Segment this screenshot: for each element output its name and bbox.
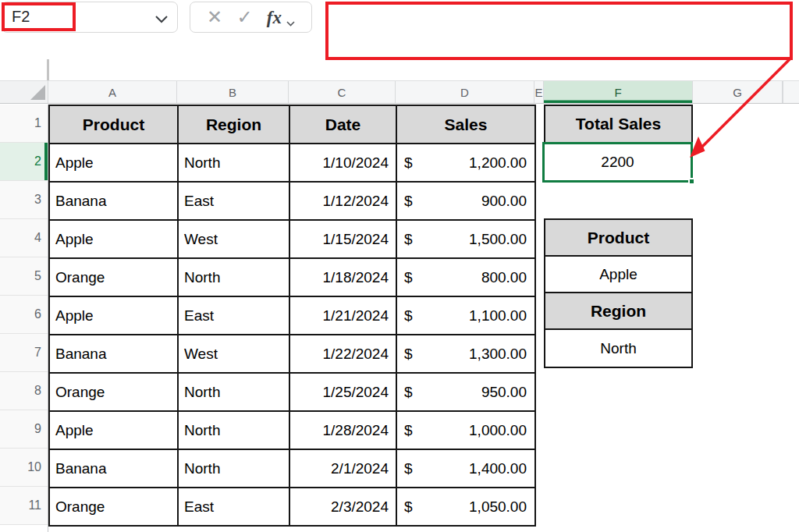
row-header-1[interactable]: 1: [0, 105, 48, 143]
row-header-4[interactable]: 4: [0, 219, 48, 257]
cell-d4[interactable]: $1,500.00: [397, 221, 536, 259]
header-cell-region[interactable]: Region: [179, 106, 290, 144]
total-sales-value: 2200: [601, 154, 634, 171]
cell-a11[interactable]: Orange: [50, 488, 179, 527]
cell-b11[interactable]: East: [179, 488, 290, 527]
cell-f7-region-value[interactable]: North: [545, 330, 691, 367]
cell-a2[interactable]: Apple: [50, 144, 179, 183]
cell-a8[interactable]: Orange: [50, 374, 179, 412]
cell-d10[interactable]: $1,400.00: [397, 450, 536, 488]
sales-amount: 950.00: [481, 384, 527, 401]
column-header-e[interactable]: E: [534, 81, 544, 103]
cell-c9[interactable]: 1/28/2024: [290, 412, 397, 450]
currency-symbol: $: [404, 422, 413, 439]
cell-f4-product-label[interactable]: Product: [545, 220, 691, 257]
row-header-8[interactable]: 8: [0, 372, 48, 410]
cell-c8[interactable]: 1/25/2024: [290, 374, 397, 412]
row-header-5[interactable]: 5: [0, 257, 48, 296]
cell-b7[interactable]: West: [179, 335, 290, 374]
name-box[interactable]: F2: [2, 2, 178, 33]
cell-d7[interactable]: $1,300.00: [397, 335, 536, 374]
cell-d5[interactable]: $800.00: [397, 259, 536, 297]
column-header-f-selected[interactable]: F: [544, 81, 693, 103]
cell-c2[interactable]: 1/10/2024: [290, 144, 397, 183]
cell-a9[interactable]: Apple: [50, 412, 179, 450]
fx-icon: fx: [267, 9, 282, 27]
fx-dropdown-icon[interactable]: [286, 21, 295, 27]
cell-c4[interactable]: 1/15/2024: [290, 221, 397, 259]
row-header-3[interactable]: 3: [0, 181, 48, 219]
column-header-rest: [783, 81, 783, 103]
header-cell-sales[interactable]: Sales: [397, 106, 536, 144]
enter-icon[interactable]: ✓: [236, 8, 252, 27]
fill-handle[interactable]: [688, 178, 695, 185]
row-header-7[interactable]: 7: [0, 334, 48, 372]
cell-b8[interactable]: North: [179, 374, 290, 412]
formula-bar-buttons: ✕ ✓ fx: [190, 2, 312, 33]
cell-c5[interactable]: 1/18/2024: [290, 259, 397, 297]
annotation-name-box-highlight: F2: [2, 2, 76, 31]
cell-b6[interactable]: East: [179, 297, 290, 335]
row-header-11[interactable]: 11: [0, 487, 48, 525]
cell-b3[interactable]: East: [179, 183, 290, 221]
cell-d8[interactable]: $950.00: [397, 374, 536, 412]
currency-symbol: $: [404, 346, 413, 363]
sales-amount: 1,050.00: [469, 498, 527, 516]
cell-b2[interactable]: North: [179, 144, 290, 183]
cell-d9[interactable]: $1,000.00: [397, 412, 536, 450]
cell-f1-total-sales-header[interactable]: Total Sales: [544, 105, 693, 144]
cell-f5-product-value[interactable]: Apple: [545, 257, 691, 293]
currency-symbol: $: [404, 154, 413, 172]
currency-symbol: $: [404, 460, 413, 477]
criteria-table: Product Apple Region North: [544, 218, 693, 368]
cell-a7[interactable]: Banana: [50, 335, 179, 374]
row-header-9[interactable]: 9: [0, 410, 48, 449]
insert-function-button[interactable]: fx: [267, 9, 295, 27]
cell-f6-region-label[interactable]: Region: [545, 293, 691, 330]
column-header-d[interactable]: D: [396, 81, 534, 103]
sales-amount: 1,400.00: [469, 460, 527, 477]
column-header-strip: A B C D E F G: [0, 80, 799, 104]
cell-d2[interactable]: $1,200.00: [397, 144, 536, 183]
cell-a3[interactable]: Banana: [50, 183, 179, 221]
column-header-c[interactable]: C: [289, 81, 396, 103]
cell-f2-selected[interactable]: 2200: [542, 142, 693, 183]
cell-a6[interactable]: Apple: [50, 297, 179, 335]
select-all-corner[interactable]: [0, 81, 48, 103]
cell-a10[interactable]: Banana: [50, 450, 179, 488]
cell-d6[interactable]: $1,100.00: [397, 297, 536, 335]
cell-b10[interactable]: North: [179, 450, 290, 488]
cell-a4[interactable]: Apple: [50, 221, 179, 259]
currency-symbol: $: [404, 384, 413, 401]
currency-symbol: $: [404, 498, 413, 516]
cell-a5[interactable]: Orange: [50, 259, 179, 297]
row-header-10[interactable]: 10: [0, 449, 48, 487]
cell-c10[interactable]: 2/1/2024: [290, 450, 397, 488]
sales-amount: 900.00: [481, 193, 527, 210]
formula-input[interactable]: =SUMIFS(D2:D11, A2:A11, "Apple", B2:B11,…: [325, 2, 793, 60]
header-cell-product[interactable]: Product: [50, 106, 179, 144]
formula-line-1: =SUMIFS(D2:D11, A2:A11, "Apple", B2:B11,: [339, 55, 790, 60]
cell-d3[interactable]: $900.00: [397, 183, 536, 221]
header-cell-date[interactable]: Date: [290, 106, 397, 144]
cell-c11[interactable]: 2/3/2024: [290, 488, 397, 527]
cell-b4[interactable]: West: [179, 221, 290, 259]
cell-b9[interactable]: North: [179, 412, 290, 450]
cell-b5[interactable]: North: [179, 259, 290, 297]
sales-amount: 800.00: [481, 269, 527, 286]
cancel-icon[interactable]: ✕: [207, 8, 222, 27]
row-header-gutter: 1 2 3 4 5 6 7 8 9 10 11: [0, 105, 48, 532]
cell-c3[interactable]: 1/12/2024: [290, 183, 397, 221]
formula-bar-divider: [47, 59, 49, 80]
name-box-dropdown-icon[interactable]: [155, 12, 168, 27]
currency-symbol: $: [404, 307, 413, 325]
currency-symbol: $: [404, 269, 413, 286]
column-header-g[interactable]: G: [693, 81, 783, 103]
cell-c6[interactable]: 1/21/2024: [290, 297, 397, 335]
cell-d11[interactable]: $1,050.00: [397, 488, 536, 527]
row-header-2-selected[interactable]: 2: [0, 143, 48, 181]
row-header-6[interactable]: 6: [0, 296, 48, 334]
column-header-a[interactable]: A: [48, 81, 177, 103]
cell-c7[interactable]: 1/22/2024: [290, 335, 397, 374]
column-header-b[interactable]: B: [177, 81, 289, 103]
